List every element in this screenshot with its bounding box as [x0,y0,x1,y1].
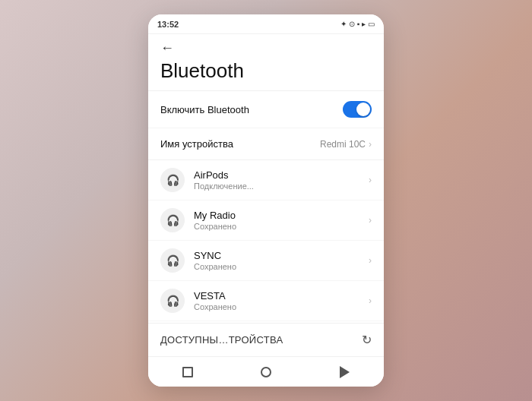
status-bar: 13:52 ✦ ⊙ ▪ ▸ ▭ [148,14,384,34]
device-name-value: Redmi 10C › [320,139,372,150]
device-item-airpods[interactable]: 🎧 AirPods Подключение... › [148,160,384,200]
device-name-myradio: My Radio [194,210,369,221]
device-info-vesta: VESTA Сохранено [194,290,369,311]
device-info-sync: SYNC Сохранено [194,250,369,271]
device-name-label: Имя устройства [160,138,233,150]
device-info-airpods: AirPods Подключение... [194,169,369,191]
device-status-vesta: Сохранено [194,302,369,311]
nav-square-button[interactable] [176,361,199,384]
bottom-nav [148,356,384,387]
bluetooth-toggle[interactable] [343,101,372,118]
vesta-chevron: › [369,295,372,306]
back-row: ← [148,34,384,58]
headphone-icon-myradio: 🎧 [160,208,185,232]
back-button[interactable]: ← [160,40,174,56]
available-label: ДОСТУПНЫ…ТРОЙСТВА [160,334,362,346]
nav-home-button[interactable] [255,361,277,384]
device-status-sync: Сохранено [194,262,369,271]
nav-square-icon [182,367,193,377]
nav-triangle-icon [340,366,350,378]
myradio-chevron: › [369,215,372,226]
signal-icon: ⊙ ▪ ▸ [349,20,366,28]
refresh-icon[interactable]: ↻ [362,333,372,347]
settings-section: Включить Bluetooth Имя устройства Redmi … [148,90,384,160]
device-name-airpods: AirPods [194,169,369,181]
phone-container: 13:52 ✦ ⊙ ▪ ▸ ▭ ← Bluetooth Включить Blu… [148,14,384,387]
device-name-row[interactable]: Имя устройства Redmi 10C › [148,128,384,159]
device-info-myradio: My Radio Сохранено [194,210,369,231]
device-name-chevron: › [369,139,372,150]
device-name-vesta: VESTA [194,290,369,302]
available-section: ДОСТУПНЫ…ТРОЙСТВА ↻ [148,323,384,356]
status-time: 13:52 [157,20,179,29]
bluetooth-status-icon: ✦ [340,20,347,28]
status-icons: ✦ ⊙ ▪ ▸ ▭ [340,20,375,28]
headphone-icon-sync: 🎧 [160,248,185,273]
bluetooth-toggle-label: Включить Bluetooth [160,104,249,115]
device-status-myradio: Сохранено [194,222,369,231]
page-title: Bluetooth [148,58,384,90]
headphone-icon-airpods: 🎧 [160,168,185,192]
device-item-myradio[interactable]: 🎧 My Radio Сохранено › [148,200,384,241]
battery-icon: ▭ [368,20,375,28]
nav-back-button[interactable] [333,361,356,384]
device-status-airpods: Подключение... [194,182,369,191]
bluetooth-toggle-row[interactable]: Включить Bluetooth [148,91,384,128]
airpods-chevron: › [369,175,372,185]
device-name-sync: SYNC [194,250,369,261]
nav-circle-icon [261,367,271,377]
headphone-icon-vesta: 🎧 [160,289,185,313]
device-list: 🎧 AirPods Подключение... › 🎧 My Radio Со… [148,160,384,323]
sync-chevron: › [369,255,372,266]
device-item-vesta[interactable]: 🎧 VESTA Сохранено › [148,281,384,321]
device-item-sync[interactable]: 🎧 SYNC Сохранено › [148,241,384,281]
